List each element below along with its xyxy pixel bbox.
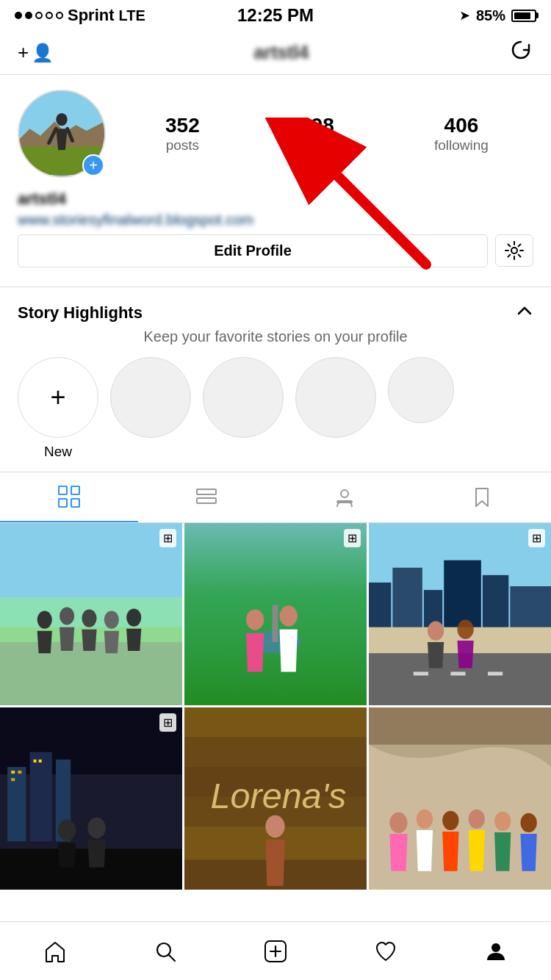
svg-point-17 <box>82 609 96 627</box>
dot-1 <box>15 12 22 19</box>
svg-point-38 <box>428 621 444 641</box>
highlights-header: Story Highlights <box>0 302 551 324</box>
highlight-circle-4[interactable] <box>295 357 376 438</box>
home-tab[interactable] <box>33 935 77 968</box>
svg-point-69 <box>494 812 511 831</box>
highlights-subtitle: Keep your favorite stories on your profi… <box>0 328 551 345</box>
list-icon <box>195 486 217 508</box>
add-tab[interactable] <box>253 935 298 968</box>
highlight-item-5[interactable] <box>388 357 454 460</box>
grid-icon <box>58 486 80 508</box>
svg-rect-47 <box>18 771 21 774</box>
svg-rect-36 <box>450 671 465 675</box>
photo-cell-1[interactable]: ⊞ <box>0 523 182 705</box>
plus-icon: + <box>50 382 65 413</box>
svg-point-1 <box>56 113 67 126</box>
add-story-button[interactable]: + <box>82 154 104 176</box>
clock: 12:25 PM <box>237 5 314 26</box>
followers-label: followers <box>289 137 345 154</box>
following-stat[interactable]: 406 following <box>434 114 489 154</box>
profile-handle: artstl4 <box>18 190 533 209</box>
svg-rect-4 <box>59 486 67 494</box>
edit-profile-button[interactable]: Edit Profile <box>18 234 488 267</box>
svg-rect-43 <box>7 767 26 841</box>
svg-rect-35 <box>414 671 428 675</box>
followers-stat[interactable]: 498 followers <box>289 114 345 154</box>
svg-point-62 <box>265 815 284 837</box>
heart-icon <box>374 940 397 963</box>
collapse-highlights-button[interactable] <box>516 302 533 324</box>
settings-icon <box>504 240 525 261</box>
tab-grid[interactable] <box>0 472 138 522</box>
add-user-button[interactable]: + 👤 <box>18 41 54 64</box>
svg-rect-9 <box>197 498 216 503</box>
dot-4 <box>46 12 53 19</box>
profile-link[interactable]: www.storiesyfinalword.blogspot.com <box>18 212 533 228</box>
signal-dots <box>15 12 63 19</box>
story-highlights: Story Highlights Keep your favorite stor… <box>0 287 551 472</box>
tab-tagged[interactable] <box>276 472 414 522</box>
photo-cell-2[interactable]: ⊞ <box>184 523 367 705</box>
search-icon <box>154 940 177 963</box>
username-label: artstl4 <box>253 41 309 64</box>
tab-saved[interactable] <box>414 472 552 522</box>
tab-list[interactable] <box>138 472 276 522</box>
plus-icon: + <box>89 157 98 174</box>
highlights-title: Story Highlights <box>18 303 143 323</box>
dot-5 <box>56 12 63 19</box>
bottom-nav <box>0 921 551 980</box>
svg-rect-56 <box>184 737 367 766</box>
highlight-circle-2[interactable] <box>110 357 191 438</box>
status-left: Sprint LTE <box>15 6 145 25</box>
posts-stat[interactable]: 352 posts <box>165 114 200 154</box>
svg-text:Lorena's: Lorena's <box>210 776 346 815</box>
photo-cell-4[interactable]: ⊞ <box>0 707 182 890</box>
history-icon <box>508 37 533 62</box>
profile-info: artstl4 www.storiesyfinalword.blogspot.c… <box>18 190 533 234</box>
photo-cell-3[interactable]: ⊞ <box>369 523 551 705</box>
photo-cell-5[interactable]: Lorena's <box>184 707 367 890</box>
dot-2 <box>25 12 32 19</box>
status-right: ➤ 85% <box>459 7 536 24</box>
profile-top: + 352 posts 498 followers 406 following <box>18 90 533 178</box>
new-highlight-item[interactable]: + New <box>18 357 98 460</box>
new-highlight-label: New <box>44 444 72 460</box>
new-highlight-circle[interactable]: + <box>18 357 98 438</box>
activity-tab[interactable] <box>364 935 408 968</box>
svg-point-18 <box>104 610 119 628</box>
carrier-label: Sprint <box>68 6 115 25</box>
profile-actions: Edit Profile <box>18 234 533 267</box>
location-icon: ➤ <box>459 7 470 24</box>
highlight-circle-5[interactable] <box>388 357 454 423</box>
svg-point-66 <box>417 810 433 829</box>
highlight-item-2[interactable] <box>110 357 191 460</box>
following-label: following <box>434 137 489 154</box>
svg-point-2 <box>511 248 517 253</box>
multi-photo-icon-3: ⊞ <box>528 529 545 547</box>
highlight-circle-3[interactable] <box>203 357 284 438</box>
settings-button[interactable] <box>495 234 533 267</box>
multi-photo-icon-1: ⊞ <box>159 529 176 547</box>
svg-point-10 <box>341 490 348 497</box>
user-icon: 👤 <box>32 43 54 63</box>
svg-point-53 <box>87 818 105 838</box>
search-tab[interactable] <box>143 935 187 968</box>
content-tabs <box>0 472 551 523</box>
photo-grid: ⊞ ⊞ <box>0 523 551 890</box>
posts-count: 352 <box>165 114 200 137</box>
photo-cell-6[interactable] <box>369 707 551 890</box>
svg-point-25 <box>280 605 298 626</box>
svg-rect-44 <box>29 752 51 841</box>
svg-point-52 <box>58 820 76 840</box>
svg-point-65 <box>389 813 407 833</box>
highlights-circles: + New <box>0 357 551 460</box>
highlight-item-4[interactable] <box>295 357 376 460</box>
followers-count: 498 <box>289 114 345 137</box>
highlight-item-3[interactable] <box>203 357 284 460</box>
add-icon <box>264 940 287 963</box>
history-button[interactable] <box>508 37 533 68</box>
svg-rect-48 <box>11 778 15 781</box>
svg-rect-46 <box>11 771 15 774</box>
dot-3 <box>35 12 43 19</box>
profile-tab[interactable] <box>474 935 518 968</box>
